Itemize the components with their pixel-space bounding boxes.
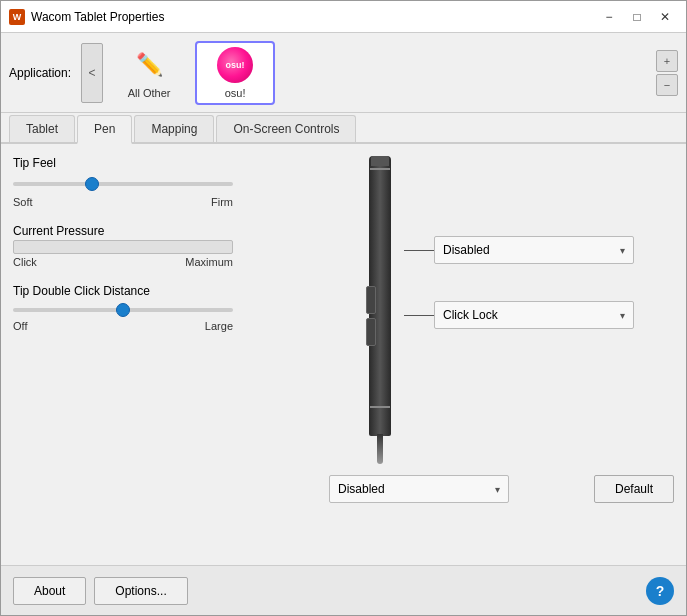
tabs-row: Tablet Pen Mapping On-Screen Controls bbox=[1, 113, 686, 144]
tab-tablet[interactable]: Tablet bbox=[9, 115, 75, 142]
button2-dropdown-arrow: ▾ bbox=[620, 310, 625, 321]
close-button[interactable]: ✕ bbox=[652, 7, 678, 27]
button1-dropdown-row: Disabled ▾ bbox=[404, 236, 634, 264]
pen-illustration bbox=[369, 156, 391, 456]
options-button[interactable]: Options... bbox=[94, 577, 187, 605]
tip-feel-label: Tip Feel bbox=[13, 156, 313, 170]
pen-tip bbox=[377, 434, 383, 464]
right-panel: Disabled ▾ Click Lock ▾ Disabled ▾ bbox=[329, 156, 674, 553]
app-item-allother[interactable]: ✏️ All Other bbox=[109, 41, 189, 105]
button2-dropdown[interactable]: Click Lock ▾ bbox=[434, 301, 634, 329]
double-click-off-label: Off bbox=[13, 320, 27, 332]
maximize-button[interactable]: □ bbox=[624, 7, 650, 27]
tab-mapping[interactable]: Mapping bbox=[134, 115, 214, 142]
footer: About Options... ? bbox=[1, 565, 686, 615]
nav-plus-button[interactable]: + bbox=[656, 50, 678, 72]
current-pressure-label: Current Pressure bbox=[13, 224, 313, 238]
pen-button2 bbox=[366, 318, 376, 346]
pen-button1 bbox=[366, 286, 376, 314]
tip-dropdown-value: Disabled bbox=[338, 482, 385, 496]
connector-line-1 bbox=[404, 250, 434, 251]
pen-body bbox=[369, 156, 391, 436]
main-window: W Wacom Tablet Properties − □ ✕ Applicat… bbox=[0, 0, 687, 616]
left-panel: Tip Feel Soft Firm Current Pressure Clic… bbox=[13, 156, 313, 553]
tip-dropdown-arrow: ▾ bbox=[495, 484, 500, 495]
help-button[interactable]: ? bbox=[646, 577, 674, 605]
pen-eraser bbox=[371, 156, 389, 166]
tip-feel-slider[interactable] bbox=[13, 182, 233, 186]
button2-dropdown-row: Click Lock ▾ bbox=[404, 301, 634, 329]
app-icon: W bbox=[9, 9, 25, 25]
tip-dropdown[interactable]: Disabled ▾ bbox=[329, 475, 509, 503]
nav-left-button[interactable]: < bbox=[81, 43, 103, 103]
tip-double-click-slider-track bbox=[13, 300, 313, 320]
application-label: Application: bbox=[9, 66, 71, 80]
tip-double-click-section: Tip Double Click Distance Off Large bbox=[13, 284, 313, 332]
allother-icon: ✏️ bbox=[131, 47, 167, 83]
about-button[interactable]: About bbox=[13, 577, 86, 605]
osu-icon: osu! bbox=[217, 47, 253, 83]
tip-feel-section: Tip Feel Soft Firm bbox=[13, 156, 313, 208]
app-bar: Application: < ✏️ All Other osu! osu! + … bbox=[1, 33, 686, 113]
connector-line-2 bbox=[404, 315, 434, 316]
pressure-bar bbox=[13, 240, 233, 254]
tip-double-click-label: Tip Double Click Distance bbox=[13, 284, 313, 298]
tab-pen[interactable]: Pen bbox=[77, 115, 132, 144]
tip-feel-soft-label: Soft bbox=[13, 196, 33, 208]
window-title: Wacom Tablet Properties bbox=[31, 10, 596, 24]
tip-feel-slider-track bbox=[13, 174, 313, 194]
pressure-click-label: Click bbox=[13, 256, 37, 268]
button1-dropdown-value: Disabled bbox=[443, 243, 490, 257]
app-item-osu[interactable]: osu! osu! bbox=[195, 41, 275, 105]
nav-right-buttons: + − bbox=[656, 50, 678, 96]
button2-dropdown-value: Click Lock bbox=[443, 308, 498, 322]
title-bar: W Wacom Tablet Properties − □ ✕ bbox=[1, 1, 686, 33]
minimize-button[interactable]: − bbox=[596, 7, 622, 27]
button1-dropdown[interactable]: Disabled ▾ bbox=[434, 236, 634, 264]
pressure-maximum-label: Maximum bbox=[185, 256, 233, 268]
button1-dropdown-arrow: ▾ bbox=[620, 245, 625, 256]
tip-feel-firm-label: Firm bbox=[211, 196, 233, 208]
nav-minus-button[interactable]: − bbox=[656, 74, 678, 96]
tip-dropdown-row: Disabled ▾ bbox=[329, 475, 509, 503]
double-click-large-label: Large bbox=[205, 320, 233, 332]
allother-label: All Other bbox=[128, 87, 171, 99]
tip-double-click-slider[interactable] bbox=[13, 308, 233, 312]
pen-line1 bbox=[370, 168, 390, 170]
pen-line2 bbox=[370, 406, 390, 408]
tab-onscreen-controls[interactable]: On-Screen Controls bbox=[216, 115, 356, 142]
current-pressure-section: Current Pressure Click Maximum bbox=[13, 224, 313, 268]
osu-label: osu! bbox=[225, 87, 246, 99]
window-controls: − □ ✕ bbox=[596, 7, 678, 27]
main-content: Tip Feel Soft Firm Current Pressure Clic… bbox=[1, 144, 686, 565]
default-button[interactable]: Default bbox=[594, 475, 674, 503]
